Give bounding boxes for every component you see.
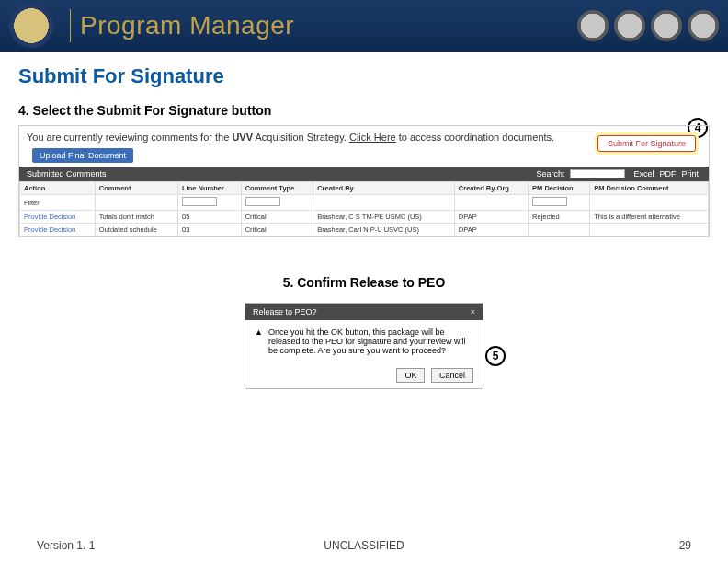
callout-badge-5: 5 [485, 346, 506, 366]
app-banner: Program Manager [0, 0, 728, 52]
col-ctype[interactable]: Comment Type [241, 182, 313, 195]
provide-decision-link[interactable]: Provide Decision [20, 211, 96, 224]
col-comment[interactable]: Comment [95, 182, 177, 195]
warning-icon: ▲ [255, 327, 263, 355]
page-title: Submit For Signature [18, 64, 710, 88]
comments-table: Action Comment Line Number Comment Type … [19, 181, 709, 236]
click-here-link[interactable]: Click Here [349, 132, 396, 143]
cell: Brashear, C S TM-PE USMC (US) [313, 211, 455, 224]
app-screenshot-step4: You are currently reviewing comments for… [18, 125, 710, 237]
table-row: Provide Decision Outdated schedule 03 Cr… [20, 224, 709, 236]
upload-final-document-button[interactable]: Upload Final Document [32, 148, 133, 163]
cell: DPAP [454, 224, 528, 236]
tab-submitted-comments[interactable]: Submitted Comments [27, 169, 107, 178]
cell: Outdated schedule [95, 224, 177, 236]
seal-icon [577, 10, 609, 41]
col-decision[interactable]: PM Decision [529, 182, 590, 195]
service-seals [577, 10, 719, 41]
seal-icon [651, 10, 682, 41]
text: You are currently reviewing comments for… [27, 132, 232, 143]
app-title: Program Manager [80, 11, 294, 40]
close-icon[interactable]: × [471, 307, 475, 316]
cell: DPAP [454, 211, 528, 224]
seal-icon [688, 10, 719, 41]
text: to access coordination documents. [396, 132, 554, 143]
table-header-row: Action Comment Line Number Comment Type … [20, 182, 709, 195]
search-label: Search: [536, 169, 564, 178]
release-dialog: Release to PEO? × ▲ Once you hit the OK … [245, 303, 483, 389]
cell: 05 [177, 211, 241, 224]
version-label: Version 1. 1 [37, 539, 95, 552]
cell: Brashear, Carl N P-U USVC (US) [313, 224, 455, 236]
cell [590, 224, 709, 236]
review-sentence: You are currently reviewing comments for… [19, 126, 709, 148]
col-action[interactable]: Action [20, 182, 96, 195]
classification-label: UNCLASSIFIED [324, 539, 404, 552]
dod-seal-icon [9, 4, 53, 48]
cell: Rejected [529, 211, 590, 224]
table-row: Provide Decision Totals don't match 05 C… [20, 211, 709, 224]
export-excel[interactable]: Excel [633, 169, 654, 178]
filter-select[interactable] [182, 197, 217, 206]
cell: Critical [241, 211, 313, 224]
step4-heading: 4. Select the Submit For Signature butto… [18, 103, 710, 118]
col-createdby[interactable]: Created By [313, 182, 455, 195]
cancel-button[interactable]: Cancel [431, 368, 473, 383]
cell [529, 224, 590, 236]
search-input[interactable] [570, 169, 625, 178]
ok-button[interactable]: OK [396, 368, 425, 383]
filter-select[interactable] [532, 197, 567, 206]
dialog-header: Release to PEO? × [245, 304, 483, 320]
col-line[interactable]: Line Number [177, 182, 241, 195]
page-number: 29 [679, 539, 691, 552]
table-filter-row: Filter [20, 195, 709, 211]
cell: 03 [177, 224, 241, 236]
program-code: UVV [232, 132, 253, 143]
export-print[interactable]: Print [681, 169, 699, 178]
text: Acquisition Strategy. [253, 132, 349, 143]
filter-select[interactable] [245, 197, 280, 206]
filter-label: Filter [20, 195, 96, 211]
seal-icon [614, 10, 645, 41]
step5-heading: 5. Confirm Release to PEO [283, 275, 446, 290]
slide-footer: Version 1. 1 UNCLASSIFIED 29 [0, 539, 728, 552]
divider [70, 9, 71, 42]
cell: Totals don't match [95, 211, 177, 224]
dialog-body-text: Once you hit the OK button, this package… [268, 327, 473, 355]
provide-decision-link[interactable]: Provide Decision [20, 224, 96, 236]
col-dcomment[interactable]: PM Decision Comment [590, 182, 709, 195]
dialog-title: Release to PEO? [253, 307, 317, 316]
cell: Critical [241, 224, 313, 236]
export-pdf[interactable]: PDF [659, 169, 676, 178]
cell: This is a different alternative [590, 211, 709, 224]
comments-tabbar: Submitted Comments Search: Excel PDF Pri… [19, 167, 709, 181]
submit-for-signature-button[interactable]: Submit For Signature [597, 135, 696, 152]
col-org[interactable]: Created By Org [454, 182, 528, 195]
